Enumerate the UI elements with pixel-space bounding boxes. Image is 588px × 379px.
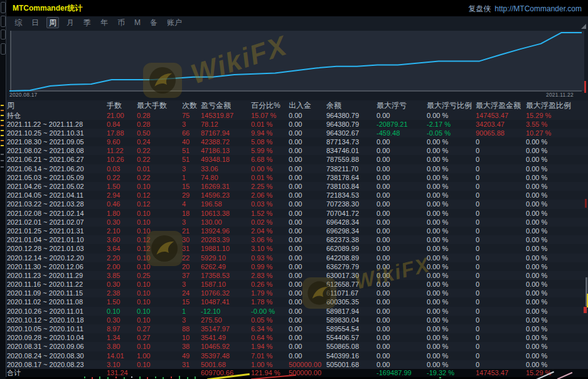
table-row[interactable]: 2020.08.31 ~ 2020.09.063.800.103810465.9… — [7, 342, 588, 351]
table-row[interactable]: 2021.06.14 ~ 2021.06.200.030.01333.060.0… — [7, 164, 588, 173]
cell: 0 — [476, 191, 526, 200]
cell: 0.22 — [107, 173, 137, 182]
cell: 0.00 % — [526, 155, 588, 164]
cell: 0.00 % — [526, 324, 588, 333]
cell: 3.10 — [107, 360, 137, 369]
table-row[interactable]: 2021.06.21 ~ 2021.06.2710.260.225149348.… — [7, 155, 588, 164]
cell: 16269.31 — [201, 182, 251, 191]
cell: -12.10 — [201, 307, 251, 316]
table-row[interactable]: 2021.02.01 ~ 2021.02.070.300.103130.000.… — [7, 218, 588, 227]
background-fragment — [1, 154, 4, 155]
cell: 0.00 % — [526, 218, 588, 227]
table-row[interactable]: 2021.01.04 ~ 2021.01.103.600.123020283.3… — [7, 235, 588, 244]
toolbar-button-fragment — [1, 29, 6, 40]
table-row[interactable]: 2021.04.26 ~ 2021.05.021.500.101516269.3… — [7, 182, 588, 191]
background-fragment — [1, 125, 4, 126]
cell: 738178.64 — [326, 173, 377, 182]
cell: 500000.00 — [289, 369, 326, 378]
table-row[interactable]: 2020.12.28 ~ 2021.01.033.640.123119881.1… — [7, 244, 588, 253]
title-right: 复盘侠http://MTCommander.com — [468, 3, 582, 14]
table-row[interactable]: 2021.11.22 ~ 2021.11.280.840.28378.120.0… — [7, 120, 588, 129]
table-row[interactable]: 2021.05.03 ~ 2021.05.090.220.22174.800.0… — [7, 173, 588, 182]
weekly-stats-table: 周手数最大手数次数盈亏金额百分比%出入金余额最大浮亏最大浮亏比例最大浮盈金额最大… — [6, 100, 588, 379]
eagle-icon — [143, 63, 182, 98]
menu-item-备[interactable]: 备 — [148, 18, 159, 28]
cell: 3 — [182, 164, 201, 173]
cell: 持仓 — [7, 111, 107, 120]
menu-item-综[interactable]: 综 — [13, 18, 24, 28]
table-row[interactable]: 2020.11.16 ~ 2020.11.220.300.1031587.100… — [7, 280, 588, 289]
cell: 0.00 % — [526, 271, 588, 280]
menu-item-账户[interactable]: 账户 — [165, 18, 184, 28]
menu-item-周[interactable]: 周 — [46, 17, 59, 28]
cell: 0.10 — [137, 209, 182, 218]
cell: 500000.00 — [289, 360, 326, 369]
table-row[interactable]: 2021.10.25 ~ 2021.10.3117.880.506687167.… — [7, 129, 588, 137]
table-row[interactable]: 2021.08.02 ~ 2021.08.0811.220.225147186.… — [7, 146, 588, 155]
cell: 0.00 % — [526, 244, 588, 253]
table-row[interactable]: 2020.08.24 ~ 2020.08.3014.011.004935397.… — [7, 351, 588, 360]
balance-line-series — [9, 33, 582, 91]
cell: 90065.88 — [476, 129, 526, 137]
cell: 0.93 % — [251, 254, 289, 262]
cell: 0.00 % — [427, 200, 476, 208]
cell: 88 — [182, 324, 201, 333]
cell: 0.10 — [137, 182, 182, 191]
cell: 0.00 % — [526, 146, 588, 155]
table-row[interactable]: 2020.09.28 ~ 2020.10.041.340.27103541.49… — [7, 333, 588, 342]
cell: 15.07 % — [251, 111, 289, 120]
background-fragment — [1, 145, 4, 146]
brand-url-link[interactable]: http://MTCommander.com — [494, 4, 582, 13]
cell: 0.00 % — [427, 351, 476, 360]
table-row[interactable]: 2021.08.30 ~ 2021.09.059.600.244042388.7… — [7, 137, 588, 146]
menu-item-币[interactable]: 币 — [115, 18, 127, 28]
eagle-icon — [146, 231, 183, 266]
table-row[interactable]: 持仓21.000.2875145319.8715.07 %0.00964380.… — [7, 111, 588, 120]
background-fragment — [84, 376, 85, 378]
cell: 0.00 % — [427, 244, 476, 253]
menu-item-月[interactable]: 月 — [65, 18, 76, 28]
table-row[interactable]: 2020.11.02 ~ 2020.11.081.500.101510487.4… — [7, 297, 588, 306]
cell: 17358.53 — [201, 271, 251, 280]
background-fragment — [584, 81, 586, 93]
app-window: MTCommander统计 复盘侠http://MTCommander.com … — [0, 0, 588, 379]
cell: 75 — [182, 111, 201, 120]
cell: 0 — [476, 173, 526, 182]
cell — [182, 369, 201, 378]
table-row[interactable]: 2020.10.12 ~ 2020.10.180.300.103275.500.… — [7, 316, 588, 324]
cell: 14.01 — [107, 351, 137, 360]
cell: 51 — [182, 146, 201, 155]
cell: 30 — [182, 235, 201, 244]
table-row[interactable]: 2020.10.26 ~ 2020.11.010.100.101-12.10-0… — [7, 307, 588, 316]
cell: 0.00 % — [427, 342, 476, 351]
column-header-8: 最大浮亏 — [377, 100, 427, 111]
table-row[interactable]: 2020.11.30 ~ 2020.12.062.000.10206262.49… — [7, 262, 588, 271]
cell: 0.00 % — [526, 173, 588, 182]
resize-grip[interactable] — [581, 24, 586, 29]
cell: 0.00 — [289, 227, 326, 235]
table-row[interactable]: 2020.12.14 ~ 2020.12.202.200.10225929.10… — [7, 254, 588, 262]
table-row[interactable]: 2021.04.05 ~ 2021.04.112.940.122914596.2… — [7, 191, 588, 200]
table-row[interactable]: 2021.02.08 ~ 2021.02.141.800.101810613.3… — [7, 209, 588, 218]
period-menu-bar: 综日周月季年币M备账户 — [6, 16, 588, 29]
table-row[interactable]: 2020.11.09 ~ 2020.11.152.380.102410766.3… — [7, 289, 588, 297]
table-row[interactable]: 2021.03.22 ~ 2021.03.280.460.124196.580.… — [7, 200, 588, 208]
cell: 3.80 — [107, 342, 137, 351]
balance-chart: 2020.08.17 2021.11.22 — [6, 29, 588, 100]
menu-item-M[interactable]: M — [132, 18, 142, 28]
table-row[interactable]: 2020.08.17 ~ 2020.08.233.100.10315001.68… — [7, 360, 588, 369]
cell: 0.10 — [137, 307, 182, 316]
cell: 0.00 % — [526, 182, 588, 191]
menu-item-年[interactable]: 年 — [99, 18, 110, 28]
column-header-7: 余额 — [326, 100, 377, 111]
cell: 2020.11.09 ~ 2020.11.15 — [7, 289, 107, 297]
table-row[interactable]: 2020.11.23 ~ 2020.11.293.850.253717358.5… — [7, 271, 588, 280]
toolbar-button-fragment — [1, 43, 6, 55]
menu-item-日[interactable]: 日 — [29, 18, 41, 28]
cell: 964380.79 — [326, 111, 377, 120]
menu-item-季[interactable]: 季 — [82, 18, 93, 28]
table-row[interactable]: 2021.01.25 ~ 2021.01.312.100.102113924.9… — [7, 227, 588, 235]
table-row[interactable]: 2020.10.05 ~ 2020.10.118.970.278835147.9… — [7, 324, 588, 333]
cell: 21 — [182, 227, 201, 235]
cell: 0.00 — [377, 316, 427, 324]
